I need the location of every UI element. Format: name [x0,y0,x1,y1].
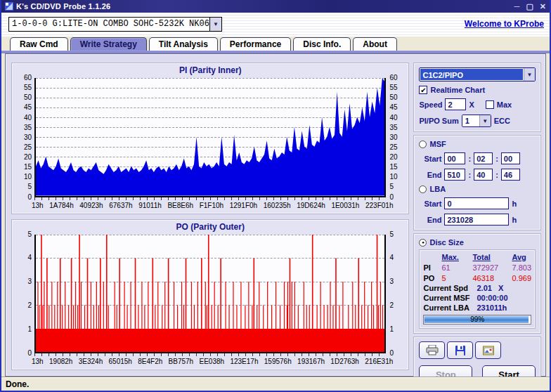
export-image-icon [483,346,494,355]
tab-bar: Raw Cmd Write Strategy Tilt Analysis Per… [1,37,550,51]
pi-row-label: PI [423,263,441,273]
mode-select[interactable]: C1C2/PIPO ▼ [419,67,536,81]
lba-end-label: End [419,216,441,224]
chevron-down-icon[interactable]: ▼ [479,115,491,126]
top-strip: 1-0-0-0 G:LITE-ON COMBO SOHC-5232K NK06 … [1,13,550,37]
lba-start-unit: h [512,200,517,208]
msf-end-frame[interactable] [501,169,520,181]
po-y-axis-right: 012345 [386,235,404,354]
maximize-icon[interactable]: ▢ [526,3,533,11]
speed-input[interactable] [445,98,466,110]
minimize-icon[interactable]: ─ [514,3,520,11]
current-speed-value: 2.01 X [477,283,503,293]
chevron-down-icon[interactable]: ▼ [209,18,221,31]
pi-y-axis-right: 051015202530354045505560 [386,78,404,197]
app-window: K's CD/DVD Probe 1.1.26 ─ ▢ ✕ 1-0-0-0 G:… [0,0,551,392]
realtime-chart-label: Realtime Chart [430,86,485,94]
msf-separator: : [495,171,498,179]
export-image-button[interactable] [475,341,501,359]
print-button[interactable] [419,341,445,359]
printer-icon [426,345,439,355]
pi-y-axis-left: 051015202530354045505560 [16,78,34,197]
drive-select[interactable]: 1-0-0-0 G:LITE-ON COMBO SOHC-5232K NK06 … [8,17,222,32]
msf-start-label: Start [419,155,441,163]
msf-end-sec[interactable] [474,169,493,181]
lba-radio[interactable] [419,185,427,193]
max-speed-checkbox[interactable] [486,100,494,109]
msf-label: MSF [429,140,446,148]
pi-chart-panel: PI (Parity Inner) 0510152025303540455055… [11,63,409,214]
po-chart-title: PO (Parity Outer) [16,222,404,235]
po-chart-panel: PO (Parity Outer) 012345 012345 13h19082… [11,219,409,371]
title-bar: K's CD/DVD Probe 1.1.26 ─ ▢ ✕ [1,0,550,13]
lba-end-input[interactable] [444,214,509,226]
results-group: ● Disc Size Max. Total Avg PI 61 372927 … [413,233,541,334]
pi-plot-area [34,78,386,197]
window-title: K's CD/DVD Probe 1.1.26 [16,2,514,11]
lba-label: LBA [429,185,446,193]
close-icon[interactable]: ✕ [540,3,546,11]
po-avg-value: 0.969 [512,273,531,283]
current-msf-value: 00:00:00 [477,293,507,303]
stats-box: Max. Total Avg PI 61 372927 7.803 PO 5 4… [419,249,536,329]
po-plot-area [34,235,386,354]
scan-options-group: C1C2/PIPO ▼ ✔ Realtime Chart Speed X Max… [413,63,541,132]
pi-max-value: 61 [441,263,472,273]
mode-select-value: C1C2/PIPO [420,69,523,80]
tab-performance[interactable]: Performance [220,37,291,51]
speed-label: Speed [419,100,442,109]
current-speed-label: Current Spd [423,283,477,293]
welcome-link[interactable]: Welcome to KProbe [465,19,544,29]
main-content: PI (Parity Inner) 0510152025303540455055… [5,53,546,377]
msf-separator: : [495,155,498,163]
lba-start-input[interactable] [444,197,509,209]
chevron-down-icon[interactable]: ▼ [524,68,535,81]
msf-start-frame[interactable] [501,152,520,164]
pi-avg-value: 7.803 [512,263,531,273]
stats-header-total: Total [472,252,512,262]
status-bar: Done. [1,377,550,391]
pipo-sum-value: 1 [462,115,479,126]
range-group: MSF Start : : End : : [413,135,541,230]
pi-chart-title: PI (Parity Inner) [16,65,404,78]
po-x-axis-labels: 13h19082h3E324h65015h8E4F2hBB757hEE038h1… [16,358,404,368]
disc-size-radio[interactable]: ● [419,239,427,247]
pipo-sum-label: PI/PO Sum [419,117,458,125]
current-msf-label: Current MSF [423,293,477,303]
stats-header-avg: Avg [512,252,531,262]
msf-start-sec[interactable] [474,152,493,164]
tab-about[interactable]: About [353,37,397,51]
msf-separator: : [468,171,471,179]
tab-tilt-analysis[interactable]: Tilt Analysis [149,37,218,51]
po-total-value: 46318 [472,273,512,283]
floppy-disk-icon [455,346,465,355]
msf-end-min[interactable] [444,169,465,181]
tab-disc-info[interactable]: Disc Info. [293,37,351,51]
msf-radio[interactable] [419,141,427,148]
ecc-label: ECC [494,117,510,125]
lba-start-label: Start [419,200,441,208]
progress-bar-label: 99% [424,315,531,324]
msf-separator: : [468,155,471,163]
speed-unit-label: X [469,100,474,109]
pipo-sum-select[interactable]: 1 ▼ [462,115,491,127]
pi-total-value: 372927 [472,263,512,273]
lba-end-unit: h [512,216,517,224]
max-speed-label: Max [497,100,512,109]
progress-bar: 99% [423,315,531,325]
po-y-axis-left: 012345 [16,235,34,354]
msf-end-label: End [419,171,441,179]
tab-raw-cmd[interactable]: Raw Cmd [10,37,68,51]
po-row-label: PO [423,273,441,283]
tab-write-strategy[interactable]: Write Strategy [70,37,147,51]
pi-x-axis-labels: 13h1A784h40923h67637h91011hBE8E6hF1F10h1… [16,202,404,212]
save-button[interactable] [447,341,473,359]
realtime-chart-checkbox[interactable]: ✔ [419,86,427,94]
status-text: Done. [6,379,29,389]
msf-start-min[interactable] [444,152,465,164]
po-max-value: 5 [441,273,472,283]
current-lba-value: 231011h [477,303,507,313]
charts-column: PI (Parity Inner) 0510152025303540455055… [11,63,409,370]
side-panel: C1C2/PIPO ▼ ✔ Realtime Chart Speed X Max… [413,63,541,370]
drive-select-value: 1-0-0-0 G:LITE-ON COMBO SOHC-5232K NK06 [9,18,209,31]
